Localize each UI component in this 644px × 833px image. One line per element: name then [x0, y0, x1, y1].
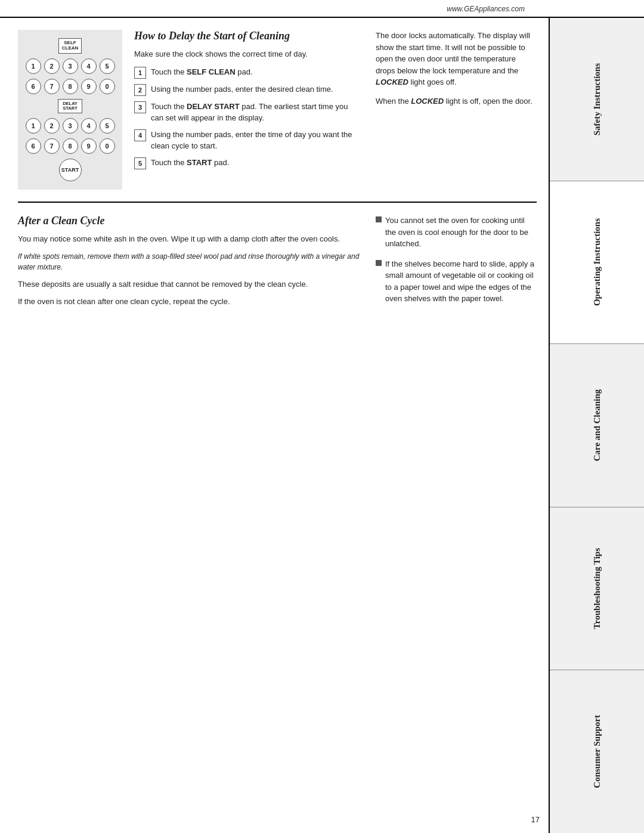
keypad-row-3: 1 2 3 4 5 [26, 118, 115, 134]
key-6: 6 [26, 79, 41, 94]
key-1b: 1 [26, 118, 41, 134]
bottom-right: You cannot set the oven for cooking unti… [376, 215, 537, 314]
key-3b: 3 [63, 118, 78, 134]
step-3-text: Touch the DELAY START pad. The earliest … [151, 101, 358, 124]
bottom-section: After a Clean Cycle You may notice some … [18, 215, 537, 314]
key-2: 2 [44, 58, 60, 74]
key-4: 4 [81, 58, 97, 74]
step-2-text: Using the number pads, enter the desired… [151, 83, 333, 95]
bullet-text-1: You cannot set the oven for cooking unti… [385, 215, 537, 250]
step-4: 4 Using the number pads, enter the time … [134, 129, 358, 152]
instructions-col: How to Delay the Start of Cleaning Make … [134, 30, 364, 190]
how-to-heading: How to Delay the Start of Cleaning [134, 30, 358, 42]
step-2: 2 Using the number pads, enter the desir… [134, 83, 358, 96]
top-section: SELFCLEAN 1 2 3 4 5 6 7 8 9 0 DELAYSTART [18, 30, 537, 203]
content-area: SELFCLEAN 1 2 3 4 5 6 7 8 9 0 DELAYSTART [0, 18, 549, 833]
key-9b: 9 [81, 138, 97, 154]
bullet-text-2: If the shelves become hard to slide, app… [385, 258, 537, 305]
right-para-1: The door locks automatically. The displa… [376, 30, 537, 88]
delay-start-key: DELAYSTART [58, 99, 82, 114]
step-5: 5 Touch the START pad. [134, 157, 358, 169]
key-6b: 6 [26, 138, 41, 154]
step-5-num: 5 [134, 157, 146, 169]
top-right-col: The door locks automatically. The displa… [376, 30, 537, 190]
key-7: 7 [44, 79, 60, 94]
bottom-para-3: These deposits are usually a salt residu… [18, 278, 364, 290]
bullet-item-2: If the shelves become hard to slide, app… [376, 258, 537, 305]
step-3: 3 Touch the DELAY START pad. The earlies… [134, 101, 358, 124]
tab-care-cleaning[interactable]: Care and Cleaning [550, 344, 644, 507]
keypad-panel: SELFCLEAN 1 2 3 4 5 6 7 8 9 0 DELAYSTART [18, 30, 122, 190]
step-1: 1 Touch the SELF CLEAN pad. [134, 66, 358, 79]
tab-operating-label: Operating Instructions [592, 218, 602, 306]
step-1-text: Touch the SELF CLEAN pad. [151, 66, 253, 78]
key-0: 0 [100, 79, 115, 94]
bottom-para-1: You may notice some white ash in the ove… [18, 233, 364, 245]
bottom-para-italic: If white spots remain, remove them with … [18, 251, 364, 272]
self-clean-key: SELFCLEAN [58, 38, 82, 54]
step-4-text: Using the number pads, enter the time of… [151, 129, 358, 152]
intro-text: Make sure the clock shows the correct ti… [134, 48, 358, 60]
key-9: 9 [81, 79, 97, 94]
key-1: 1 [26, 58, 41, 74]
key-8: 8 [63, 79, 78, 94]
key-8b: 8 [63, 138, 78, 154]
tab-troubleshooting-label: Troubleshooting Tips [592, 548, 602, 629]
website-header: www.GEAppliances.com [0, 0, 644, 18]
bullet-square-1 [376, 216, 382, 222]
keypad-row-4: 6 7 8 9 0 [26, 138, 115, 154]
page-number: 17 [531, 815, 540, 824]
bullet-square-2 [376, 260, 382, 266]
website-url: www.GEAppliances.com [447, 5, 525, 13]
bottom-left: After a Clean Cycle You may notice some … [18, 215, 364, 314]
key-2b: 2 [44, 118, 60, 134]
tab-consumer-support[interactable]: Consumer Support [550, 670, 644, 833]
keypad-row-2: 6 7 8 9 0 [26, 79, 115, 94]
step-3-num: 3 [134, 101, 146, 113]
step-1-num: 1 [134, 67, 146, 79]
keypad-row-1: 1 2 3 4 5 [26, 58, 115, 74]
main-content: SELFCLEAN 1 2 3 4 5 6 7 8 9 0 DELAYSTART [0, 18, 644, 833]
tab-care-label: Care and Cleaning [592, 389, 602, 462]
step-2-num: 2 [134, 84, 146, 96]
right-para-2: When the LOCKED light is off, open the d… [376, 95, 537, 107]
tab-operating-instructions[interactable]: Operating Instructions [550, 181, 644, 345]
key-0b: 0 [100, 138, 115, 154]
step-5-text: Touch the START pad. [151, 157, 229, 169]
tab-safety-label: Safety Instructions [592, 63, 602, 135]
start-key: START [59, 159, 82, 181]
sidebar-tabs: Safety Instructions Operating Instructio… [549, 18, 644, 833]
tab-troubleshooting[interactable]: Troubleshooting Tips [550, 507, 644, 671]
key-5b: 5 [100, 118, 115, 134]
after-clean-heading: After a Clean Cycle [18, 215, 364, 227]
bullet-item-1: You cannot set the oven for cooking unti… [376, 215, 537, 250]
tab-consumer-label: Consumer Support [592, 715, 602, 788]
step-4-num: 4 [134, 129, 146, 141]
key-3: 3 [63, 58, 78, 74]
key-5: 5 [100, 58, 115, 74]
key-4b: 4 [81, 118, 97, 134]
tab-safety-instructions[interactable]: Safety Instructions [550, 18, 644, 181]
bottom-para-4: If the oven is not clean after one clean… [18, 296, 364, 308]
key-7b: 7 [44, 138, 60, 154]
